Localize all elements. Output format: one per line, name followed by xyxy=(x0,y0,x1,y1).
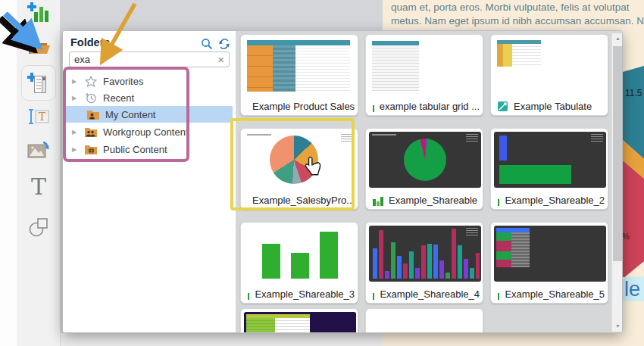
thumb-part xyxy=(372,45,419,91)
content-card-example-tabular-grid[interactable]: example tabular grid ... xyxy=(365,34,483,116)
thumb-part xyxy=(503,44,512,67)
thumb-part xyxy=(273,45,295,92)
expand-caret-icon[interactable]: ▶ xyxy=(72,78,80,85)
thumb-part xyxy=(247,45,273,92)
folders-panel-title: Folders xyxy=(70,36,110,48)
thumb-part xyxy=(246,318,275,333)
content-card-example-tabulate[interactable]: Example Tabulate xyxy=(490,34,608,116)
scroll-down-button[interactable]: ▼ xyxy=(612,321,623,332)
open-folder-button[interactable] xyxy=(17,36,61,57)
tree-item-label: Public Content xyxy=(103,144,167,155)
report-bars-icon xyxy=(497,288,499,300)
search-icon[interactable] xyxy=(201,38,213,50)
card-thumbnail xyxy=(244,132,356,188)
tree-item-my-content[interactable]: My Content xyxy=(65,106,233,123)
shapes-button[interactable] xyxy=(17,215,61,239)
report-bars-icon xyxy=(247,288,249,300)
svg-text:T: T xyxy=(39,111,46,123)
thumb-part xyxy=(372,134,396,136)
content-card-example-salesbypro[interactable]: Example_SalesbyPro... xyxy=(240,128,358,210)
card-label: example tabular grid ... xyxy=(380,101,480,112)
new-list-button[interactable] xyxy=(17,70,61,97)
scrollbar-thumb[interactable] xyxy=(613,46,623,261)
thumb-part xyxy=(466,134,478,142)
card-thumbnail xyxy=(244,38,356,94)
card-thumbnail xyxy=(369,38,481,94)
report-bars-icon xyxy=(497,195,499,206)
tabulate-icon xyxy=(497,101,508,112)
thumb-part xyxy=(247,134,271,136)
content-card-example-shareable-2[interactable]: Example_Shareable_2 xyxy=(490,128,608,210)
pie-percent-label: % xyxy=(622,232,630,241)
thumb-bar xyxy=(320,232,338,279)
card-thumbnail xyxy=(369,132,481,188)
thumb-part xyxy=(499,136,507,161)
expand-caret-icon[interactable]: ▶ xyxy=(72,146,80,153)
browse-dialog: Folders × ▶ Favorites ▶ xyxy=(62,30,623,333)
scroll-up-button[interactable]: ▲ xyxy=(612,33,623,44)
open-folder-icon xyxy=(27,37,51,56)
report-bars-icon xyxy=(372,101,374,112)
content-card-example-shareable[interactable]: Example_Shareable xyxy=(365,128,483,210)
content-card-example-shareable-5[interactable]: Example_Shareable_5 xyxy=(490,222,608,304)
tree-item-label: My Content xyxy=(105,109,155,120)
thumb-multi-bars xyxy=(369,226,480,280)
content-card-example-shareable-3[interactable]: Example_Shareable_3 xyxy=(240,222,358,304)
refresh-icon[interactable] xyxy=(218,38,230,50)
left-edge-panel xyxy=(0,0,17,346)
grid-scrollbar[interactable]: ▲ ▼ xyxy=(611,33,623,332)
card-label: Example_SalesbyPro... xyxy=(252,195,355,206)
text-box-icon: T xyxy=(27,107,51,126)
clock-history-icon xyxy=(84,92,98,104)
report-bars-icon xyxy=(372,288,374,300)
shapes-icon xyxy=(27,216,50,238)
bottom-background-strip xyxy=(61,333,383,346)
tree-item-label: Workgroup Content xyxy=(103,126,189,138)
app-window: quam et, porta eros. Morbi vulputate, fe… xyxy=(0,0,644,346)
thumb-pie-chart xyxy=(270,136,318,184)
folder-search-input[interactable] xyxy=(70,54,213,65)
card-thumbnail xyxy=(244,226,356,282)
tree-item-public-content[interactable]: ▶ Public Content xyxy=(63,141,236,157)
clear-search-icon[interactable]: × xyxy=(213,52,229,67)
report-bars-icon xyxy=(372,195,383,206)
thumb-part xyxy=(341,134,353,142)
insert-image-button[interactable] xyxy=(17,139,61,162)
text-button[interactable]: T xyxy=(17,174,61,200)
highlighted-text-fragment: le xyxy=(623,277,644,301)
content-card-partial-2[interactable] xyxy=(365,308,483,333)
new-chart-button[interactable] xyxy=(17,2,61,23)
card-label: Example Product Sales xyxy=(252,101,355,112)
folder-globe-icon xyxy=(84,144,98,155)
tree-item-label: Recent xyxy=(103,92,134,104)
thumb-pie-chart xyxy=(404,139,446,181)
new-list-icon xyxy=(27,71,50,95)
thumb-part xyxy=(295,45,350,92)
card-label: Example_Shareable_5 xyxy=(505,288,605,300)
thumb-part xyxy=(497,44,503,67)
text-box-button[interactable]: T xyxy=(17,106,61,127)
card-label: Example_Shareable xyxy=(389,195,477,206)
card-thumbnail xyxy=(494,38,606,94)
tree-item-favorites[interactable]: ▶ Favorites xyxy=(63,73,236,89)
card-label: Example_Shareable_3 xyxy=(255,288,355,300)
card-label: Example_Shareable_2 xyxy=(505,195,605,206)
tree-item-workgroup-content[interactable]: ▶ Workgroup Content xyxy=(63,123,236,140)
text-T-icon: T xyxy=(31,176,46,198)
thumb-part xyxy=(247,40,350,45)
content-card-example-product-sales[interactable]: Example Product Sales xyxy=(240,34,358,116)
star-icon xyxy=(84,76,98,87)
content-card-partial-1[interactable] xyxy=(240,308,358,333)
folder-group-icon xyxy=(84,126,98,138)
content-card-example-shareable-4[interactable]: Example_Shareable_4 xyxy=(365,222,483,304)
thumb-part xyxy=(512,44,541,67)
expand-caret-icon[interactable]: ▶ xyxy=(72,129,80,136)
tree-item-label: Favorites xyxy=(103,76,143,87)
tree-item-recent[interactable]: ▶ Recent xyxy=(63,89,236,106)
canvas-paragraph-line1: quam et, porta eros. Morbi vulputate, fe… xyxy=(391,1,644,14)
expand-caret-icon[interactable]: ▶ xyxy=(72,95,80,101)
folder-user-icon xyxy=(86,109,100,120)
card-label: Example Tabulate xyxy=(514,101,592,112)
thumb-part xyxy=(275,318,310,333)
insert-image-icon xyxy=(27,140,51,161)
